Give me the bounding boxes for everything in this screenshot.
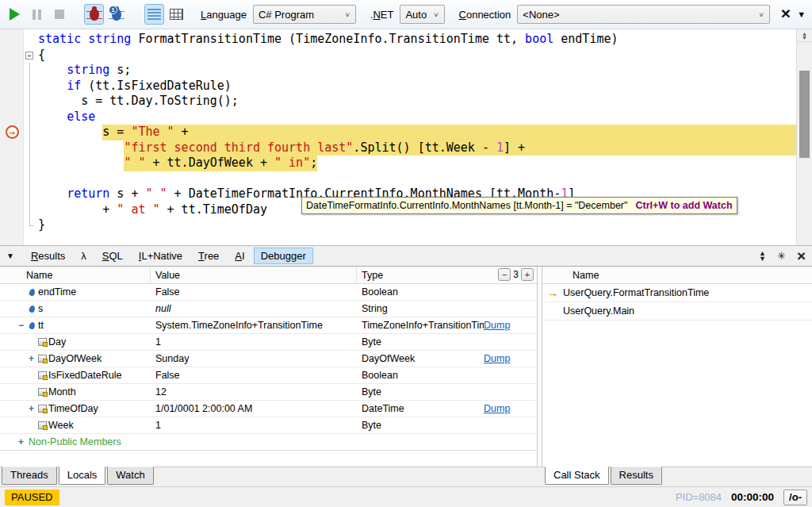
locals-row-endtime[interactable]: endTimeFalseBoolean [0,284,537,301]
line-margin[interactable] [0,32,24,48]
callstack-col-name[interactable]: Name [542,270,599,281]
depth-increase-button[interactable]: + [521,268,534,281]
fold-guide-line [29,140,30,156]
callstack-row[interactable]: UserQuery.Main [542,302,812,321]
debugger-panel: Name Value Type − 3 + endTimeFalseBoolea… [0,267,812,467]
connection-combo[interactable]: <None> ∨ [517,5,770,24]
tab-results[interactable]: Results [24,248,72,264]
connection-combo-value: <None> [523,9,752,21]
code-line[interactable]: " " + tt.DayOfWeek + " in"; [0,156,812,171]
collapse-icon[interactable]: − [16,320,26,331]
code-line[interactable] [0,171,812,187]
tab-call-stack[interactable]: Call Stack [545,467,609,485]
locals-row-s[interactable]: snullString [0,301,537,317]
code-line[interactable]: → s = "The " + [0,125,812,140]
dump-link[interactable]: Dump [484,403,510,414]
panel-resize-icon[interactable]: ▲▼ [759,251,766,262]
current-frame-arrow-icon: → [547,286,558,299]
depth-decrease-button[interactable]: − [498,268,511,281]
optimization-toggle-button[interactable]: /o- [783,490,807,505]
code-line[interactable]: if (tt.IsFixedDateRule) [0,79,812,94]
pane-splitter[interactable] [537,267,542,467]
editor-vertical-scrollbar[interactable]: ▲▼ [796,29,812,245]
results-tab-strip: ▼ ResultsλSQLIL+NativeTreeAIDebugger ▲▼ … [0,246,812,267]
property-icon [36,388,48,396]
tab-il-native[interactable]: IL+Native [132,248,190,264]
undock-panel-icon[interactable]: ✳ [777,250,786,262]
tab-sql[interactable]: SQL [95,248,130,264]
member-type: TimeZoneInfo+TransitionTime [357,320,484,331]
line-margin[interactable] [0,48,24,63]
tab-threads[interactable]: Threads [2,467,57,485]
play-icon [10,8,20,21]
locals-row-day[interactable]: Day1Byte [0,334,537,351]
fold-collapse-icon[interactable] [25,52,33,60]
locals-col-name[interactable]: Name [0,267,151,283]
code-line[interactable]: } [0,217,812,233]
tab-tree[interactable]: Tree [191,248,226,264]
line-margin[interactable] [0,156,24,171]
language-combo[interactable]: C# Program ∨ [253,5,356,24]
line-margin[interactable] [0,109,24,125]
callstack-row[interactable]: →UserQuery.FormatTransitionTime [542,284,812,302]
code-line[interactable]: string s; [0,63,812,79]
collapse-results-icon[interactable]: ▼ [6,252,14,260]
code-line[interactable]: static string FormatTransitionTime (Time… [0,32,812,48]
member-type: DayOfWeek [357,353,484,364]
tab-results[interactable]: Results [611,467,662,485]
locals-row-isfixeddaterule[interactable]: IsFixedDateRuleFalseBoolean [0,367,537,384]
line-margin[interactable] [0,140,24,156]
locals-row-tt[interactable]: −ttSystem.TimeZoneInfo+TransitionTimeTim… [0,317,537,334]
run-button[interactable] [5,4,24,25]
break-first-line-button[interactable]: 1 [107,4,126,25]
tab-ai[interactable]: AI [228,248,251,264]
dump-link[interactable]: Dump [484,320,510,331]
tab--[interactable]: λ [74,248,94,264]
close-query-button[interactable]: × [781,4,791,23]
locals-row-month[interactable]: Month12Byte [0,384,537,401]
tab-locals[interactable]: Locals [59,467,106,485]
expand-icon[interactable]: + [26,353,36,364]
stop-button[interactable] [50,4,69,25]
line-margin[interactable] [0,202,24,218]
locals-row-dayofweek[interactable]: +DayOfWeekSundayDayOfWeekDump [0,351,537,367]
code-editor[interactable]: static string FormatTransitionTime (Time… [0,29,812,246]
line-margin[interactable] [0,79,24,94]
code-text: s = tt.Day.ToString(); [81,94,239,109]
pause-button[interactable] [27,4,46,25]
scrollbar-thumb[interactable] [799,71,810,158]
tooltip-watch-hint: Ctrl+W to add Watch [635,200,732,211]
results-tabs: ResultsλSQLIL+NativeTreeAIDebugger [24,248,313,264]
line-margin[interactable] [0,186,24,202]
break-bug-badge: 1 [109,6,117,14]
code-line[interactable]: "first second third fourth last".Split()… [0,140,812,156]
datagrid-results-button[interactable] [167,4,186,25]
tab-watch[interactable]: Watch [107,467,153,485]
dotnet-combo[interactable]: Auto ∨ [400,5,444,24]
dump-link[interactable]: Dump [484,353,510,364]
tab-debugger[interactable]: Debugger [254,248,313,264]
locals-col-type[interactable]: Type [357,267,492,283]
locals-col-value[interactable]: Value [151,267,357,283]
expand-icon[interactable]: + [26,403,36,414]
code-line[interactable]: s = tt.Day.ToString(); [0,94,812,109]
fold-guide-line [29,156,30,171]
richtext-results-button[interactable] [144,4,163,25]
line-margin[interactable] [0,171,24,187]
locals-row-week[interactable]: Week1Byte [0,417,537,434]
line-margin[interactable]: → [0,125,24,140]
line-margin[interactable] [0,94,24,109]
code-line[interactable]: { [0,48,812,63]
debug-toggle-button[interactable] [84,4,103,25]
line-margin[interactable] [0,63,24,79]
chevron-down-icon: ∨ [759,11,764,18]
close-panel-icon[interactable]: × [797,248,806,263]
toolbar-dropdown-button[interactable]: ▼ [797,10,806,19]
code-line[interactable]: else [0,109,812,125]
non-public-members-row[interactable]: + Non-Public Members [0,434,537,451]
locals-row-timeofday[interactable]: +TimeOfDay1/01/0001 2:00:00 AMDateTimeDu… [0,401,537,417]
line-margin[interactable] [0,217,24,233]
splitter-grip-icon[interactable]: ▲▼ [797,30,812,42]
expand-icon[interactable]: + [16,436,26,447]
process-id: PID=8084 [676,491,722,503]
